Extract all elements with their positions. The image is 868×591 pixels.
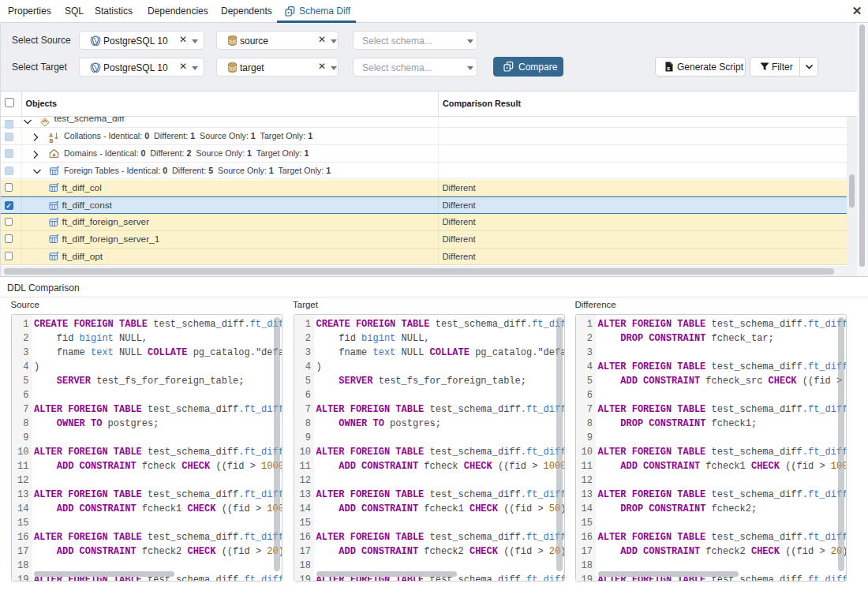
svg-text:s: s (667, 65, 670, 72)
svg-text:B: B (50, 137, 54, 143)
svg-text:A: A (49, 132, 53, 137)
